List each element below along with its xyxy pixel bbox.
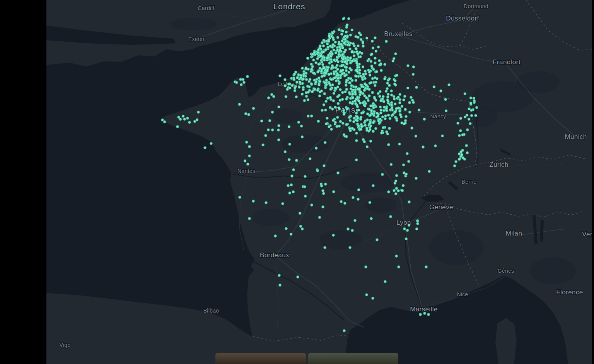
map-point-marker[interactable]	[378, 59, 381, 62]
map-point-marker[interactable]	[292, 190, 295, 193]
map-point-marker[interactable]	[461, 154, 463, 156]
map-point-marker[interactable]	[326, 70, 329, 72]
map-point-marker[interactable]	[324, 109, 327, 111]
map-point-marker[interactable]	[388, 127, 391, 130]
map-point-marker[interactable]	[301, 135, 304, 138]
map-point-marker[interactable]	[286, 88, 289, 91]
map-point-marker[interactable]	[399, 114, 402, 116]
map-point-marker[interactable]	[345, 84, 347, 87]
map-point-marker[interactable]	[381, 132, 383, 134]
map-point-marker[interactable]	[328, 73, 331, 75]
map-point-marker[interactable]	[357, 44, 360, 47]
map-point-marker[interactable]	[470, 109, 473, 112]
map-point-marker[interactable]	[324, 246, 326, 249]
map-point-marker[interactable]	[411, 127, 413, 130]
map-point-marker[interactable]	[336, 72, 339, 75]
map-point-marker[interactable]	[345, 88, 348, 91]
map-point-marker[interactable]	[333, 59, 336, 62]
map-point-marker[interactable]	[351, 60, 354, 63]
map-point-marker[interactable]	[277, 129, 280, 132]
map-point-marker[interactable]	[278, 106, 280, 108]
map-point-marker[interactable]	[295, 81, 298, 84]
map-point-marker[interactable]	[394, 103, 396, 105]
map-point-marker[interactable]	[355, 112, 358, 114]
map-point-marker[interactable]	[369, 74, 371, 77]
map-point-marker[interactable]	[336, 125, 338, 128]
thumbnail[interactable]	[308, 353, 399, 364]
map-point-marker[interactable]	[316, 169, 319, 172]
map-point-marker[interactable]	[385, 40, 388, 43]
map-point-marker[interactable]	[347, 228, 350, 231]
map-point-marker[interactable]	[355, 79, 357, 82]
map-point-marker[interactable]	[319, 44, 322, 47]
map-point-marker[interactable]	[321, 63, 324, 66]
map-point-marker[interactable]	[405, 173, 408, 176]
map-point-marker[interactable]	[337, 172, 340, 174]
map-point-marker[interactable]	[367, 99, 370, 102]
map-point-marker[interactable]	[412, 66, 415, 68]
map-point-marker[interactable]	[351, 127, 354, 130]
map-point-marker[interactable]	[368, 88, 370, 91]
map-point-marker[interactable]	[459, 117, 462, 120]
map-point-marker[interactable]	[396, 74, 398, 77]
map-point-marker[interactable]	[343, 61, 346, 63]
map-point-marker[interactable]	[406, 87, 409, 89]
map-point-marker[interactable]	[348, 127, 351, 130]
map-point-marker[interactable]	[182, 115, 184, 118]
map-point-marker[interactable]	[401, 189, 404, 192]
map-point-marker[interactable]	[307, 99, 309, 101]
map-point-marker[interactable]	[386, 96, 389, 98]
map-point-marker[interactable]	[415, 177, 418, 180]
map-point-marker[interactable]	[364, 70, 367, 73]
map-point-marker[interactable]	[353, 55, 355, 57]
map-point-marker[interactable]	[470, 114, 473, 117]
map-point-marker[interactable]	[301, 227, 304, 230]
map-point-marker[interactable]	[337, 77, 340, 80]
map-point-marker[interactable]	[415, 227, 418, 230]
map-point-marker[interactable]	[288, 143, 291, 145]
map-point-marker[interactable]	[378, 64, 381, 67]
map-point-marker[interactable]	[348, 44, 351, 46]
map-point-marker[interactable]	[387, 191, 390, 193]
map-point-marker[interactable]	[357, 188, 360, 191]
map-point-marker[interactable]	[334, 121, 337, 124]
map-point-marker[interactable]	[394, 79, 397, 82]
map-point-marker[interactable]	[324, 141, 326, 144]
map-point-marker[interactable]	[307, 91, 310, 94]
map-point-marker[interactable]	[323, 92, 326, 95]
map-point-marker[interactable]	[323, 74, 326, 77]
map-point-marker[interactable]	[387, 144, 390, 146]
map-point-marker[interactable]	[462, 157, 464, 159]
map-point-marker[interactable]	[384, 63, 386, 66]
map-point-marker[interactable]	[161, 119, 164, 121]
map-point-marker[interactable]	[348, 116, 351, 119]
map-point-marker[interactable]	[336, 58, 338, 61]
map-point-marker[interactable]	[355, 159, 358, 161]
map-point-marker[interactable]	[375, 50, 377, 53]
map-point-marker[interactable]	[354, 89, 357, 91]
map-point-marker[interactable]	[326, 43, 329, 45]
map-point-marker[interactable]	[346, 108, 348, 111]
map-point-marker[interactable]	[305, 78, 308, 81]
map-point-marker[interactable]	[310, 70, 312, 73]
map-point-marker[interactable]	[315, 81, 317, 84]
map-point-marker[interactable]	[338, 43, 340, 46]
map-point-marker[interactable]	[243, 81, 246, 84]
map-point-marker[interactable]	[343, 51, 346, 53]
map-point-marker[interactable]	[239, 196, 241, 199]
map-point-marker[interactable]	[341, 73, 343, 75]
map-point-marker[interactable]	[402, 164, 405, 166]
map-point-marker[interactable]	[344, 38, 347, 41]
map-point-marker[interactable]	[427, 313, 430, 316]
map-point-marker[interactable]	[323, 59, 326, 62]
map-point-marker[interactable]	[248, 113, 250, 116]
map-point-marker[interactable]	[390, 90, 393, 92]
map-point-marker[interactable]	[345, 123, 348, 126]
map-point-marker[interactable]	[410, 96, 413, 99]
map-point-marker[interactable]	[418, 109, 420, 111]
map-point-marker[interactable]	[306, 57, 309, 60]
map-point-marker[interactable]	[372, 185, 375, 187]
map-point-marker[interactable]	[406, 229, 409, 232]
map-point-marker[interactable]	[344, 57, 347, 60]
map-point-marker[interactable]	[356, 96, 359, 99]
